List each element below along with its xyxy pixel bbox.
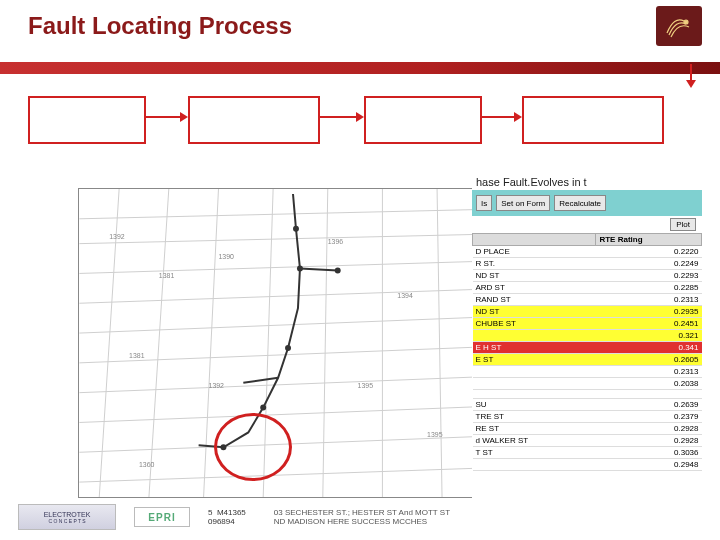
process-flow — [28, 88, 692, 168]
svg-point-22 — [285, 345, 291, 351]
electrotek-logo-text: ELECTROTEK — [44, 511, 91, 518]
table-row[interactable]: D PLACE0.2220 — [473, 246, 702, 258]
svg-text:1381: 1381 — [159, 272, 175, 279]
svg-text:1360: 1360 — [139, 461, 155, 468]
footer-address: 03 SECHESTER ST.; HESTER ST And MOTT ST … — [264, 508, 702, 526]
svg-text:1392: 1392 — [209, 382, 225, 389]
svg-point-20 — [293, 226, 299, 232]
street-map: 13921381 13901396 13941381 13921395 1395… — [79, 189, 507, 497]
svg-text:1381: 1381 — [129, 352, 145, 359]
table-row[interactable]: T ST0.3036 — [473, 447, 702, 459]
table-row[interactable]: TRE ST0.2379 — [473, 411, 702, 423]
svg-point-23 — [260, 405, 266, 411]
table-row[interactable]: R ST.0.2249 — [473, 258, 702, 270]
brand-logo — [656, 6, 702, 46]
epri-logo: EPRI — [134, 507, 190, 527]
footer-ids: 5 M41365 096894 — [208, 508, 246, 526]
table-row[interactable]: 0.2038 — [473, 378, 702, 390]
table-row[interactable]: 0.321 — [473, 330, 702, 342]
map-pane: 13921381 13901396 13941381 13921395 1395… — [78, 188, 508, 498]
table-row[interactable]: ND ST0.2935 — [473, 306, 702, 318]
svg-point-25 — [335, 267, 341, 273]
fault-location-circle — [214, 413, 292, 481]
content-area: 13921381 13901396 13941381 13921395 1395… — [18, 174, 702, 504]
window-title: hase Fault.Evolves in t — [472, 174, 702, 190]
svg-text:1394: 1394 — [397, 292, 413, 299]
toolbar-button-1[interactable]: Is — [476, 195, 492, 211]
svg-text:1390: 1390 — [218, 253, 234, 260]
footer: ELECTROTEK C O N C E P T S EPRI 5 M41365… — [18, 500, 702, 534]
results-table: RTE Rating D PLACE0.2220R ST.0.2249ND ST… — [472, 233, 702, 471]
table-row[interactable]: E ST0.2605 — [473, 354, 702, 366]
table-row[interactable]: 0.2313 — [473, 366, 702, 378]
table-row[interactable]: E H ST0.341 — [473, 342, 702, 354]
page-title: Fault Locating Process — [28, 12, 720, 40]
flow-box-1 — [28, 96, 146, 144]
table-row[interactable]: RE ST0.2928 — [473, 423, 702, 435]
svg-point-21 — [297, 266, 303, 272]
table-row[interactable]: ARD ST0.2285 — [473, 282, 702, 294]
plot-row: Plot — [472, 216, 702, 233]
svg-point-0 — [684, 20, 688, 24]
col-header-rating: RTE Rating — [596, 234, 702, 246]
flow-box-3 — [364, 96, 482, 144]
toolbar-button-setform[interactable]: Set on Form — [496, 195, 550, 211]
svg-text:1396: 1396 — [328, 238, 344, 245]
table-row[interactable]: CHUBE ST0.2451 — [473, 318, 702, 330]
flow-arrow-down-head — [686, 80, 696, 88]
table-row[interactable]: ND ST0.2293 — [473, 270, 702, 282]
toolbar: Is Set on Form Recalculate — [472, 190, 702, 216]
plot-button[interactable]: Plot — [670, 218, 696, 231]
svg-text:1395: 1395 — [358, 382, 374, 389]
title-area: Fault Locating Process — [0, 0, 720, 60]
slide: Fault Locating Process — [0, 0, 720, 540]
col-header-location — [473, 234, 596, 246]
table-row[interactable]: RAND ST0.2313 — [473, 294, 702, 306]
electrotek-logo: ELECTROTEK C O N C E P T S — [18, 504, 116, 530]
table-row[interactable] — [473, 390, 702, 399]
results-pane: hase Fault.Evolves in t Is Set on Form R… — [472, 174, 702, 512]
electrotek-logo-subtext: C O N C E P T S — [48, 518, 85, 524]
svg-text:1395: 1395 — [427, 431, 443, 438]
svg-text:1392: 1392 — [109, 233, 125, 240]
flow-box-2 — [188, 96, 320, 144]
table-row[interactable]: 0.2948 — [473, 459, 702, 471]
table-row[interactable]: d WALKER ST0.2928 — [473, 435, 702, 447]
divider-bar — [0, 62, 720, 74]
flow-box-4 — [522, 96, 664, 144]
table-row[interactable]: SU0.2639 — [473, 399, 702, 411]
toolbar-button-recalculate[interactable]: Recalculate — [554, 195, 606, 211]
